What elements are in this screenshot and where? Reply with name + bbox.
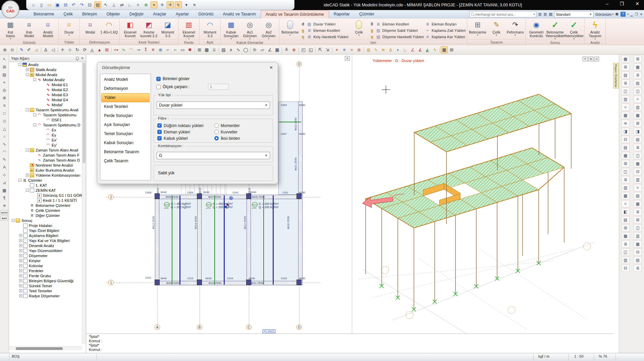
- toolbar-icon[interactable]: ⊞: [103, 46, 110, 53]
- toolbar-icon[interactable]: ◱: [307, 46, 314, 53]
- toolbar-icon[interactable]: ▱: [259, 46, 266, 53]
- tree-item[interactable]: - Tasarım Spektrumu: [9, 112, 82, 117]
- quick-access-icon[interactable]: ⊕: [143, 1, 150, 8]
- layer-combo[interactable]: Standart ▼: [554, 11, 594, 17]
- right-toolbar-icon[interactable]: ⌗: [634, 96, 642, 103]
- menu-tab[interactable]: Analiz ve Tasarım: [218, 10, 260, 18]
- right-toolbar-icon[interactable]: ⊞: [622, 160, 630, 167]
- toolbar-icon[interactable]: ⊕: [290, 46, 298, 53]
- right-toolbar-icon[interactable]: ≣: [634, 144, 642, 151]
- left-toolbar-icon[interactable]: ✎: [1, 156, 8, 163]
- quick-access-icon[interactable]: ⇄: [118, 1, 125, 8]
- right-toolbar-icon[interactable]: ▥: [622, 184, 630, 191]
- right-toolbar-icon[interactable]: ◨: [634, 128, 642, 135]
- toolbar-icon[interactable]: ϟ: [372, 46, 379, 53]
- right-toolbar-icon[interactable]: ◫: [622, 168, 630, 175]
- quick-access-icon[interactable]: ✛: [159, 1, 166, 8]
- toolbar-icon[interactable]: ✐: [25, 46, 33, 53]
- tree-item[interactable]: - ZEMİN KAT: [9, 188, 82, 193]
- tree-expander[interactable]: -: [12, 219, 15, 222]
- toolbar-icon[interactable]: [111, 46, 112, 53]
- filter-radio[interactable]: [214, 136, 219, 140]
- toolbar-icon[interactable]: ⟳: [81, 46, 88, 53]
- tree-expander[interactable]: +: [19, 254, 22, 257]
- tree-item[interactable]: + Tekil Temeller: [9, 288, 82, 293]
- right-toolbar-icon[interactable]: ◨: [622, 128, 630, 135]
- tree-expander[interactable]: -: [33, 113, 36, 116]
- scale-input[interactable]: 1: [208, 84, 229, 90]
- right-toolbar-icon[interactable]: ▦: [622, 152, 630, 159]
- toolbar-icon[interactable]: ⌐: [164, 46, 171, 53]
- tree-item[interactable]: Modal': [9, 102, 82, 107]
- tree-expander[interactable]: -: [18, 179, 21, 182]
- right-toolbar-icon[interactable]: ◧: [622, 208, 630, 216]
- veri-row[interactable]: g▤Döşeme Sabit Yükleri: [370, 27, 424, 34]
- toolbar-icon[interactable]: [40, 46, 42, 53]
- left-toolbar-icon[interactable]: ○: [1, 133, 8, 140]
- dialog-category-item[interactable]: Temel Sonuçları: [101, 129, 150, 138]
- right-toolbar-icon[interactable]: ≣: [622, 240, 630, 248]
- ribbon-button[interactable]: Eksenel Kuvvet▾: [121, 19, 140, 38]
- toolbar-icon[interactable]: ◰: [300, 46, 307, 53]
- tree-expander[interactable]: +: [19, 239, 22, 242]
- veri-row[interactable]: ≣Eleman Boyları: [425, 21, 466, 27]
- tree-item[interactable]: Ex: [9, 127, 82, 132]
- filter-checkbox-row[interactable]: Kabuk yükleri: [157, 135, 204, 141]
- pane-corner-button[interactable]: N: [588, 57, 593, 61]
- tree-expander[interactable]: -: [33, 78, 36, 81]
- toolbar-icon[interactable]: ∟: [402, 46, 409, 53]
- left-toolbar-icon[interactable]: ⊞: [1, 64, 8, 70]
- left-toolbar-icon[interactable]: ⊿: [1, 179, 8, 186]
- toolbar-icon[interactable]: [315, 46, 316, 53]
- toolbar-icon[interactable]: ⌗: [348, 46, 355, 53]
- ribbon-button[interactable]: 1.4G+1.6Q▾: [100, 19, 118, 34]
- toolbar-icon[interactable]: ◠: [127, 46, 135, 53]
- toolbar-icon[interactable]: [331, 46, 333, 53]
- quick-access-icon[interactable]: ⌗: [135, 1, 142, 8]
- tree-expander[interactable]: -: [26, 108, 29, 111]
- toolbar-icon[interactable]: ▭: [179, 46, 186, 53]
- toolbar-icon[interactable]: ⊶: [113, 46, 120, 53]
- tree-item[interactable]: Nonlineer İtme Analizi: [9, 163, 82, 168]
- tab-report-preview[interactable]: Rapor Önizleme: [613, 63, 619, 88]
- right-toolbar-icon[interactable]: ▦: [634, 112, 642, 119]
- right-toolbar-icon[interactable]: ⌗: [634, 184, 642, 191]
- units-checkbox-row[interactable]: Birimleri göster: [156, 76, 190, 81]
- quick-access-icon[interactable]: ↖: [102, 1, 109, 8]
- left-toolbar-icon[interactable]: ⊕: [1, 95, 8, 101]
- ribbon-button[interactable]: Çelik▾: [487, 19, 506, 36]
- dialog-category-item[interactable]: Aşık Sonuçları: [101, 120, 150, 129]
- tree-item[interactable]: Modal E3: [9, 92, 82, 97]
- toolbar-icon[interactable]: [250, 46, 251, 53]
- toolbar-icon[interactable]: ▦: [274, 46, 281, 53]
- left-toolbar-icon[interactable]: △: [1, 125, 8, 132]
- toolbar-icon[interactable]: ∆: [42, 46, 49, 53]
- toolbar-icon[interactable]: ⊙: [9, 46, 16, 53]
- tree-expander[interactable]: +: [19, 264, 22, 267]
- right-toolbar-icon[interactable]: ⊞: [634, 55, 642, 63]
- tree-item[interactable]: Euler Burkulma Analizi: [9, 168, 82, 173]
- toolbar-icon[interactable]: ≙: [283, 46, 290, 53]
- tree-expander[interactable]: +: [19, 259, 22, 262]
- menu-tab[interactable]: Birleşim: [77, 10, 102, 18]
- tree-item[interactable]: Kesit 1 / 1-1 KESİTİ: [9, 198, 82, 203]
- mdi-close-icon[interactable]: ✕: [640, 12, 643, 16]
- betonarme-data-button[interactable]: Betonarme▾: [281, 19, 299, 36]
- left-toolbar-icon[interactable]: ∿: [1, 141, 8, 147]
- toolbar-icon[interactable]: [298, 46, 300, 53]
- tree-item[interactable]: + Kolonlar: [9, 263, 82, 268]
- maximize-button[interactable]: ❐: [620, 1, 624, 6]
- right-toolbar-icon[interactable]: ◫: [634, 152, 642, 159]
- dialog-category-item[interactable]: Analiz Modeli: [101, 75, 150, 84]
- left-toolbar-icon[interactable]: ▦: [1, 187, 8, 194]
- tree-item[interactable]: - Tasarım Spektrumu Anali: [9, 107, 82, 112]
- menu-tab[interactable]: Görüntü: [194, 10, 218, 18]
- tree-item[interactable]: + Kirişler: [9, 258, 82, 263]
- ribbon-button[interactable]: Modal▾: [81, 19, 100, 34]
- tree-item[interactable]: + Birleşim Bölgesi Güvenliği: [9, 278, 82, 283]
- veri-row[interactable]: d▤Duvar Yükleri: [301, 21, 348, 27]
- dialog-category-item[interactable]: Perde Sonuçları: [101, 111, 150, 120]
- right-toolbar-icon[interactable]: ≣: [622, 79, 630, 87]
- pane-corner-button[interactable]: A: [594, 57, 599, 61]
- tree-expander[interactable]: +: [19, 279, 22, 282]
